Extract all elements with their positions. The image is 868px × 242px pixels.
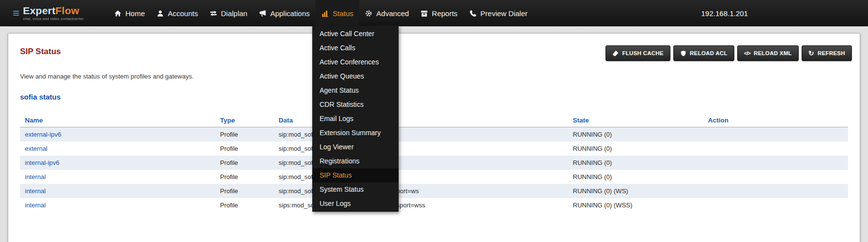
cell-type: Profile bbox=[220, 173, 279, 181]
column-header-name: Name bbox=[20, 117, 220, 124]
refresh-button[interactable]: ↻ REFRESH bbox=[802, 45, 852, 61]
cell-state: RUNNING (0) bbox=[573, 131, 708, 138]
status-dropdown-menu: Active Call Center Active Calls Active C… bbox=[312, 26, 399, 212]
flush-cache-button[interactable]: FLUSH CACHE bbox=[606, 45, 670, 61]
table-row: internal-ipv6 Profile sip:mod_sofia@192.… bbox=[20, 156, 848, 170]
cell-type: Profile bbox=[220, 159, 279, 166]
brand-expert: Expert bbox=[23, 5, 56, 16]
column-header-type: Type bbox=[220, 117, 279, 124]
cell-state: RUNNING (0) (WSS) bbox=[573, 202, 708, 209]
server-ip: 192.168.1.201 bbox=[701, 9, 748, 18]
nav-item-label: Accounts bbox=[168, 9, 198, 18]
code-icon: </> bbox=[744, 50, 750, 56]
nav-item-label: Dialplan bbox=[221, 9, 247, 18]
column-header-state: State bbox=[573, 117, 708, 124]
menu-item-cdr-statistics[interactable]: CDR Statistics bbox=[312, 98, 399, 112]
menu-item-extension-summary[interactable]: Extension Summary bbox=[312, 126, 399, 140]
bar-chart-icon bbox=[322, 10, 329, 17]
shield-icon bbox=[680, 50, 686, 57]
menu-item-active-conferences[interactable]: Active Conferences bbox=[312, 55, 399, 69]
menu-item-log-viewer[interactable]: Log Viewer bbox=[312, 140, 399, 154]
table-row: internal Profile sips:mod_sofia@192.168.… bbox=[20, 198, 848, 212]
phone-icon bbox=[469, 10, 477, 17]
user-icon bbox=[157, 10, 164, 17]
logo-text: ExpertFlow chat, voice and video contact… bbox=[23, 5, 84, 20]
content-card: SIP Status FLUSH CACHE RELOAD ACL </> RE… bbox=[8, 33, 860, 242]
menu-item-user-logs[interactable]: User Logs bbox=[312, 197, 399, 211]
profile-link[interactable]: internal bbox=[25, 173, 46, 181]
cell-type: Profile bbox=[220, 131, 279, 138]
table-row: internal Profile sip:mod_sofia@192.168.1… bbox=[20, 170, 848, 184]
button-label: RELOAD XML bbox=[754, 50, 792, 56]
nav-item-preview-dialer[interactable]: Preview Dialer bbox=[464, 0, 534, 26]
nav-item-home[interactable]: Home bbox=[108, 0, 151, 26]
reload-acl-button[interactable]: RELOAD ACL bbox=[673, 45, 734, 61]
menu-item-active-queues[interactable]: Active Queues bbox=[312, 69, 399, 83]
brand-tagline: chat, voice and video contactcenter bbox=[23, 17, 84, 21]
brand-name: ExpertFlow bbox=[23, 5, 84, 16]
gear-icon bbox=[365, 10, 372, 17]
cell-state: RUNNING (0) bbox=[573, 145, 708, 152]
nav-items: Home Accounts Dialplan Applications Stat… bbox=[108, 0, 533, 26]
button-label: FLUSH CACHE bbox=[622, 50, 664, 56]
nav-item-status[interactable]: Status bbox=[316, 0, 360, 26]
nav-item-dialplan[interactable]: Dialplan bbox=[204, 0, 253, 26]
profile-link[interactable]: external bbox=[25, 145, 47, 152]
sofia-status-table: Name Type Data State Action external-ipv… bbox=[20, 114, 848, 212]
menu-item-email-logs[interactable]: Email Logs bbox=[312, 112, 399, 126]
column-header-action: Action bbox=[708, 117, 848, 124]
table-row: external Profile sip:mod_sofia@192.168.1… bbox=[20, 141, 848, 156]
top-navbar: ≡ ExpertFlow chat, voice and video conta… bbox=[0, 0, 868, 26]
menu-item-active-calls[interactable]: Active Calls bbox=[312, 41, 399, 55]
profile-link[interactable]: internal bbox=[25, 202, 46, 209]
menu-item-system-status[interactable]: System Status bbox=[312, 182, 399, 197]
profile-link[interactable]: internal bbox=[25, 187, 46, 195]
nav-item-label: Status bbox=[333, 9, 354, 18]
button-label: RELOAD ACL bbox=[690, 50, 727, 56]
table-row: external-ipv6 Profile sip:mod_sofia@192.… bbox=[20, 127, 848, 141]
refresh-icon: ↻ bbox=[808, 50, 814, 57]
logo-menu-icon: ≡ bbox=[13, 7, 20, 19]
page-description: View and manage the status of system pro… bbox=[20, 73, 848, 80]
nav-item-advanced[interactable]: Advanced bbox=[359, 0, 415, 26]
nav-item-label: Applications bbox=[270, 9, 310, 18]
nav-item-label: Home bbox=[125, 9, 145, 18]
nav-item-accounts[interactable]: Accounts bbox=[151, 0, 204, 26]
nav-item-label: Advanced bbox=[376, 9, 409, 18]
cell-state: RUNNING (0) bbox=[573, 173, 708, 181]
nav-item-reports[interactable]: Reports bbox=[415, 0, 464, 26]
profile-link[interactable]: external-ipv6 bbox=[25, 131, 61, 138]
nav-item-label: Reports bbox=[432, 9, 458, 18]
profile-link[interactable]: internal-ipv6 bbox=[25, 159, 60, 166]
brand-flow: Flow bbox=[56, 5, 80, 16]
menu-item-agent-status[interactable]: Agent Status bbox=[312, 83, 399, 98]
menu-item-active-call-center[interactable]: Active Call Center bbox=[312, 27, 399, 41]
toolbar: FLUSH CACHE RELOAD ACL </> RELOAD XML ↻ … bbox=[606, 45, 852, 61]
cell-type: Profile bbox=[220, 187, 279, 195]
table-row: internal Profile sip:mod_sofia@192.168.1… bbox=[20, 184, 848, 198]
table-header-row: Name Type Data State Action bbox=[20, 114, 848, 127]
home-icon bbox=[114, 10, 121, 17]
arrows-icon bbox=[210, 10, 217, 17]
section-title: sofia status bbox=[20, 93, 848, 101]
cell-state: RUNNING (0) bbox=[573, 159, 708, 166]
logo[interactable]: ≡ ExpertFlow chat, voice and video conta… bbox=[13, 0, 95, 26]
menu-item-sip-status[interactable]: SIP Status bbox=[312, 168, 399, 182]
nav-item-applications[interactable]: Applications bbox=[253, 0, 316, 26]
nav-item-label: Preview Dialer bbox=[481, 9, 528, 18]
cell-state: RUNNING (0) (WS) bbox=[573, 187, 708, 195]
button-label: REFRESH bbox=[818, 50, 845, 56]
megaphone-icon bbox=[259, 10, 266, 17]
cell-type: Profile bbox=[220, 145, 279, 152]
cell-type: Profile bbox=[220, 202, 279, 209]
reload-xml-button[interactable]: </> RELOAD XML bbox=[737, 45, 799, 61]
menu-item-registrations[interactable]: Registrations bbox=[312, 154, 399, 168]
eraser-icon bbox=[612, 50, 619, 57]
archive-icon bbox=[421, 10, 428, 17]
